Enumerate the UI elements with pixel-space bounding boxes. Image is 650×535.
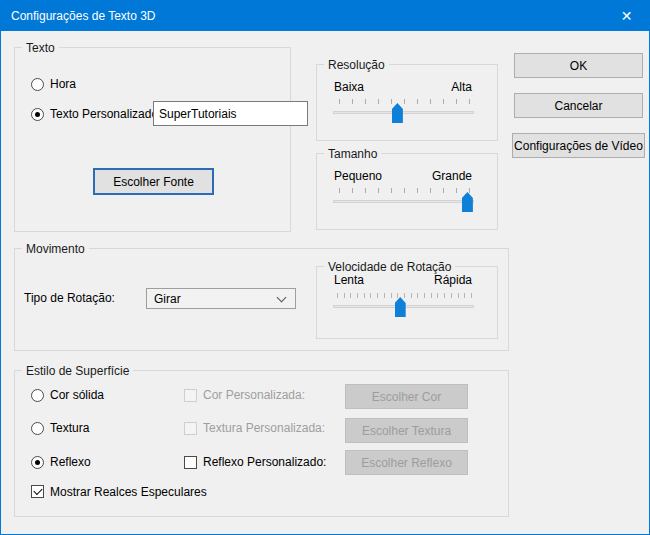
tamanho-low-label: Pequeno [334, 170, 382, 183]
group-texto-label: Texto [22, 41, 59, 55]
radio-textura[interactable] [31, 422, 44, 435]
rotation-type-label: Tipo de Rotação: [24, 292, 115, 305]
checkbox-textura-personalizada [184, 422, 197, 435]
radio-texto-personalizado[interactable] [31, 108, 44, 121]
tamanho-high-label: Grande [432, 170, 472, 183]
ok-button[interactable]: OK [514, 53, 643, 78]
radio-cor-solida-label[interactable]: Cor sólida [50, 389, 104, 402]
velocidade-low-label: Lenta [334, 274, 364, 287]
radio-reflexo[interactable] [31, 456, 44, 469]
checkbox-cor-personalizada-label: Cor Personalizada: [203, 389, 305, 402]
choose-color-button: Escolher Cor [345, 384, 468, 409]
group-tamanho-label: Tamanho [324, 147, 381, 161]
tamanho-slider-track[interactable] [333, 200, 474, 203]
group-estilo-label: Estilo de Superfície [22, 364, 133, 378]
display-settings-button[interactable]: Configurações de Vídeo [512, 133, 645, 158]
checkbox-realces-especulares[interactable] [31, 485, 44, 498]
titlebar: Configurações de Texto 3D [1, 1, 649, 31]
rotation-type-value: Girar [154, 292, 181, 306]
choose-texture-button: Escolher Textura [345, 418, 468, 443]
custom-text-input[interactable] [153, 101, 308, 126]
group-movimento-label: Movimento [22, 242, 89, 256]
close-icon[interactable]: ✕ [604, 1, 649, 31]
checkbox-reflexo-personalizado-label[interactable]: Reflexo Personalizado: [203, 456, 326, 469]
radio-texto-personalizado-label[interactable]: Texto Personalizado: [50, 108, 161, 121]
resolucao-tick-marks [339, 99, 470, 104]
cancel-button[interactable]: Cancelar [514, 93, 643, 118]
group-resolucao-label: Resolução [324, 58, 389, 72]
group-texto: Texto [14, 47, 291, 232]
radio-hora-label[interactable]: Hora [50, 78, 76, 91]
choose-font-button[interactable]: Escolher Fonte [93, 168, 214, 195]
velocidade-high-label: Rápida [434, 274, 472, 287]
velocidade-tick-marks [337, 293, 472, 298]
radio-textura-label[interactable]: Textura [50, 422, 89, 435]
rotation-type-dropdown[interactable]: Girar [146, 288, 296, 309]
tamanho-tick-marks [339, 188, 470, 193]
radio-reflexo-label[interactable]: Reflexo [50, 456, 91, 469]
chevron-down-icon [277, 293, 287, 303]
checkbox-realces-especulares-label[interactable]: Mostrar Realces Especulares [50, 486, 207, 499]
radio-hora[interactable] [31, 78, 44, 91]
resolucao-high-label: Alta [451, 81, 472, 94]
choose-reflection-button: Escolher Reflexo [345, 450, 468, 475]
group-velocidade-label: Velocidade de Rotação [324, 260, 455, 274]
checkbox-textura-personalizada-label: Textura Personalizada: [203, 422, 325, 435]
resolucao-slider-track[interactable] [333, 111, 474, 114]
window-title: Configurações de Texto 3D [11, 9, 156, 23]
radio-cor-solida[interactable] [31, 389, 44, 402]
checkbox-cor-personalizada [184, 389, 197, 402]
checkbox-reflexo-personalizado[interactable] [184, 456, 197, 469]
text3d-settings-dialog: Configurações de Texto 3D ✕ Texto Resolu… [0, 0, 650, 535]
resolucao-low-label: Baixa [334, 81, 364, 94]
